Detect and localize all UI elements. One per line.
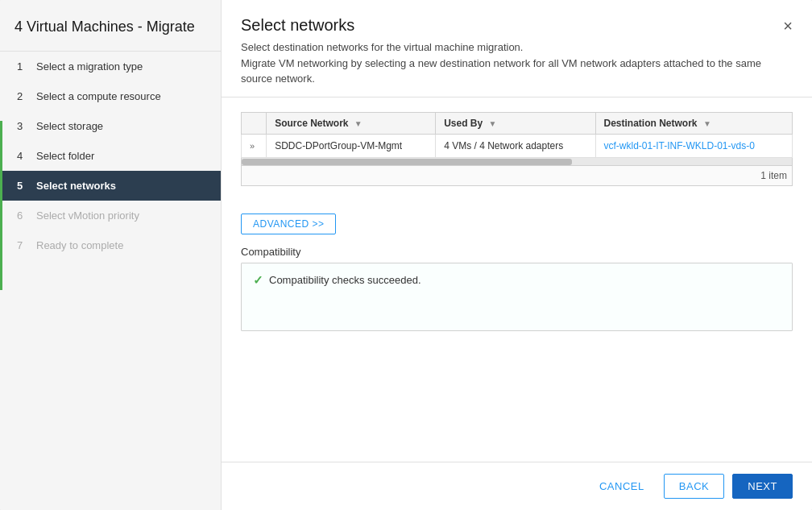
desc-line2: Migrate VM networking by selecting a new… [241,56,770,87]
next-button[interactable]: NEXT [732,474,793,499]
migrate-dialog: 4 Virtual Machines - Migrate 1Select a m… [0,0,812,510]
sidebar-step-3[interactable]: 3Select storage [0,111,221,141]
step-num: 1 [17,60,30,73]
step-label: Select networks [36,180,116,192]
step-label: Select a migration type [36,60,143,73]
sort-usedby-icon[interactable]: ▼ [489,119,497,128]
sidebar-step-7: 7Ready to complete [0,230,221,260]
compatibility-label: Compatibility [241,246,793,258]
step-num: 2 [17,90,30,102]
sidebar-title: 4 Virtual Machines - Migrate [0,0,221,52]
source-network-value: SDDC-DPortGroup-VM-Mgmt [275,140,402,151]
compatibility-text: Compatibility checks succeeded. [269,274,421,286]
col-source-label: Source Network [275,118,348,129]
sidebar-steps: 1Select a migration type2Select a comput… [0,52,221,510]
progress-bar [0,121,2,290]
col-destination-network[interactable]: Destination Network ▼ [595,112,792,134]
dialog-footer: CANCEL BACK NEXT [222,462,812,510]
col-used-by[interactable]: Used By ▼ [436,112,595,134]
main-content: Select networks Select destination netwo… [222,0,812,510]
step-label: Select storage [36,120,103,132]
page-title: Select networks [241,16,770,35]
step-label: Ready to complete [36,239,123,251]
sort-source-icon[interactable]: ▼ [354,119,362,128]
sort-dest-icon[interactable]: ▼ [703,119,711,128]
sidebar-step-6: 6Select vMotion priority [0,201,221,230]
row-expand-cell[interactable]: » [242,134,267,157]
check-icon: ✓ [253,273,263,288]
used-by-value: 4 VMs / 4 Network adapters [444,140,563,151]
step-num: 5 [17,180,30,192]
col-source-network[interactable]: Source Network ▼ [267,112,436,134]
source-network-cell: SDDC-DPortGroup-VM-Mgmt [267,134,436,157]
col-usedby-label: Used By [444,118,483,129]
step-label: Select a compute resource [36,90,161,102]
sidebar-step-4[interactable]: 4Select folder [0,141,221,171]
main-header: Select networks Select destination netwo… [222,0,812,97]
main-body: Source Network ▼ Used By ▼ Destination N… [222,97,812,462]
used-by-cell: 4 VMs / 4 Network adapters [436,134,595,157]
table-footer: 1 item [241,166,793,186]
back-button[interactable]: BACK [664,474,724,499]
close-button[interactable]: × [783,18,793,34]
compatibility-box: ✓ Compatibility checks succeeded. [241,263,793,331]
horizontal-scrollbar[interactable] [241,158,793,166]
sidebar-step-1[interactable]: 1Select a migration type [0,52,221,81]
step-num: 3 [17,120,30,132]
table-header-row: Source Network ▼ Used By ▼ Destination N… [242,112,793,134]
col-dest-label: Destination Network [604,118,698,129]
sidebar: 4 Virtual Machines - Migrate 1Select a m… [0,0,222,510]
col-expand [242,112,267,134]
step-num: 7 [17,239,30,251]
sidebar-step-5[interactable]: 5Select networks [0,171,221,201]
sidebar-step-2[interactable]: 2Select a compute resource [0,81,221,111]
header-text: Select networks Select destination netwo… [241,16,770,87]
scrollbar-thumb[interactable] [242,159,572,165]
destination-network-cell[interactable]: vcf-wkld-01-IT-INF-WKLD-01-vds-0 [595,134,792,157]
step-label: Select folder [36,150,94,162]
desc-line1: Select destination networks for the virt… [241,39,770,56]
compatibility-check: ✓ Compatibility checks succeeded. [253,273,781,288]
step-num: 6 [17,209,30,222]
step-num: 4 [17,150,30,162]
table-row: » SDDC-DPortGroup-VM-Mgmt 4 VMs / 4 Netw… [242,134,793,157]
step-label: Select vMotion priority [36,209,139,222]
expand-icon[interactable]: » [250,141,255,151]
advanced-button[interactable]: ADVANCED >> [241,214,336,234]
destination-network-value[interactable]: vcf-wkld-01-IT-INF-WKLD-01-vds-0 [604,140,755,151]
cancel-button[interactable]: CANCEL [588,475,656,498]
network-table: Source Network ▼ Used By ▼ Destination N… [241,112,793,158]
